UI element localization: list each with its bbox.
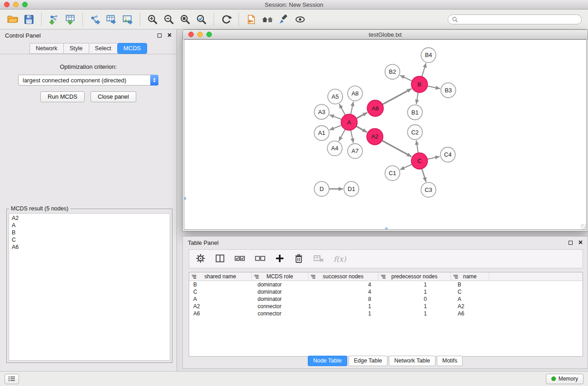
zoom-selected-button[interactable] xyxy=(193,11,210,28)
network-node-B4[interactable]: B4 xyxy=(421,48,436,62)
resize-nub-left[interactable] xyxy=(184,197,186,200)
network-canvas[interactable]: B4B2BB3A5A8A6A3B1AC2A1A2A4A7C4CC1C3DD1 xyxy=(184,39,587,230)
tab-mcds[interactable]: MCDS xyxy=(117,43,147,54)
network-edge-B-B1[interactable] xyxy=(416,92,418,104)
show-columns-button[interactable] xyxy=(215,253,225,265)
export-network-button[interactable] xyxy=(87,11,103,28)
delete-row-button[interactable] xyxy=(294,253,304,265)
network-edge-B-B4[interactable] xyxy=(422,63,426,76)
table-cell[interactable]: connector xyxy=(252,303,308,310)
open-session-button[interactable] xyxy=(5,11,21,28)
tab-node-table[interactable]: Node Table xyxy=(308,356,347,366)
memory-button[interactable]: Memory xyxy=(546,374,583,384)
table-cell[interactable]: 8 xyxy=(308,295,378,303)
mcds-result-item[interactable]: A2 xyxy=(12,214,167,222)
network-node-C3[interactable]: C3 xyxy=(421,182,436,197)
table-cell[interactable]: dominator xyxy=(252,295,308,303)
tab-style[interactable]: Style xyxy=(63,43,89,54)
table-cell[interactable]: C xyxy=(451,288,489,295)
close-panel-icon[interactable]: × xyxy=(167,32,172,38)
run-mcds-button[interactable]: Run MCDS xyxy=(40,91,85,102)
select-all-button[interactable] xyxy=(234,253,245,265)
table-row[interactable]: A2connector11A2 xyxy=(189,303,583,310)
network-edge-A-A8[interactable] xyxy=(351,101,354,114)
close-table-panel-icon[interactable]: × xyxy=(578,239,583,246)
style-brush-button[interactable] xyxy=(276,11,292,28)
network-node-D1[interactable]: D1 xyxy=(344,181,359,196)
deselect-all-button[interactable] xyxy=(255,253,266,265)
table-cell[interactable]: 0 xyxy=(378,295,451,303)
mcds-result-list[interactable]: A2ABCA6 xyxy=(9,213,170,361)
zoom-out-button[interactable] xyxy=(161,11,177,28)
close-panel-button[interactable]: Close panel xyxy=(91,91,136,102)
mcds-result-item[interactable]: C xyxy=(12,236,167,243)
close-network-window-button[interactable] xyxy=(188,32,194,37)
table-cell[interactable]: connector xyxy=(252,310,308,317)
float-panel-icon[interactable] xyxy=(158,33,162,38)
table-cell[interactable]: 1 xyxy=(378,303,451,310)
table-cell[interactable]: B xyxy=(189,281,252,288)
table-cell[interactable]: 4 xyxy=(308,281,378,288)
table-cell[interactable]: dominator xyxy=(252,281,308,288)
table-cell[interactable]: A2 xyxy=(189,303,252,310)
network-edge-A2-C[interactable] xyxy=(382,141,411,157)
network-node-A6[interactable]: A6 xyxy=(367,100,383,116)
network-node-C4[interactable]: C4 xyxy=(440,147,455,162)
network-edge-B-B3[interactable] xyxy=(427,86,440,89)
network-node-C[interactable]: C xyxy=(411,153,428,169)
add-row-button[interactable] xyxy=(275,254,284,264)
network-node-B[interactable]: B xyxy=(411,76,428,93)
table-cell[interactable]: A6 xyxy=(189,310,252,317)
network-edge-C-C4[interactable] xyxy=(427,157,440,159)
table-row[interactable]: A6connector11A6 xyxy=(189,310,583,317)
export-image-button[interactable] xyxy=(120,11,136,28)
tab-network[interactable]: Network xyxy=(29,43,63,54)
column-header-MCDS-role[interactable]: MCDS role xyxy=(252,272,308,281)
network-edge-A-A6[interactable] xyxy=(356,113,367,119)
minimize-network-window-button[interactable] xyxy=(197,32,203,37)
zoom-in-button[interactable] xyxy=(144,11,161,28)
network-edge-C-C3[interactable] xyxy=(422,169,426,182)
mcds-result-item[interactable]: A6 xyxy=(12,243,167,251)
function-builder-button[interactable]: f(x) xyxy=(334,255,346,263)
network-node-A[interactable]: A xyxy=(341,114,357,130)
tab-select[interactable]: Select xyxy=(89,43,117,54)
network-node-C1[interactable]: C1 xyxy=(385,166,400,181)
task-history-button[interactable] xyxy=(5,374,19,384)
table-cell[interactable]: 4 xyxy=(308,288,378,295)
table-cell[interactable]: A xyxy=(189,295,252,303)
network-edge-A-A1[interactable] xyxy=(330,125,342,130)
network-node-A3[interactable]: A3 xyxy=(314,105,329,119)
network-node-B1[interactable]: B1 xyxy=(407,105,422,120)
network-edge-C-C1[interactable] xyxy=(400,164,412,170)
criterion-dropdown[interactable]: largest connected component (directed) xyxy=(18,75,158,86)
resize-nub-bottom[interactable] xyxy=(385,228,387,230)
table-cell[interactable]: 1 xyxy=(378,310,451,317)
table-settings-button[interactable] xyxy=(196,253,206,265)
mcds-result-item[interactable]: A xyxy=(12,222,167,229)
network-edge-A-A7[interactable] xyxy=(351,130,354,143)
network-node-A7[interactable]: A7 xyxy=(348,143,363,158)
column-header-successor-nodes[interactable]: successor nodes xyxy=(308,272,378,281)
tab-network-table[interactable]: Network Table xyxy=(389,356,435,366)
table-cell[interactable]: A xyxy=(451,295,489,303)
search-input[interactable] xyxy=(460,16,578,23)
network-node-A4[interactable]: A4 xyxy=(327,141,342,156)
search-field[interactable] xyxy=(448,14,582,24)
network-file-button[interactable] xyxy=(243,11,259,28)
table-cell[interactable]: C xyxy=(189,288,252,295)
tab-edge-table[interactable]: Edge Table xyxy=(349,356,387,366)
table-row[interactable]: Cdominator41C xyxy=(189,288,583,295)
network-node-D[interactable]: D xyxy=(314,181,329,196)
network-edge-A-A2[interactable] xyxy=(356,126,367,132)
network-edge-A-A3[interactable] xyxy=(330,115,342,119)
network-node-A5[interactable]: A5 xyxy=(328,89,343,104)
table-cell[interactable]: 1 xyxy=(378,281,451,288)
network-node-A8[interactable]: A8 xyxy=(348,86,363,101)
network-node-A2[interactable]: A2 xyxy=(367,129,383,145)
column-header-name[interactable]: name xyxy=(451,272,489,281)
import-table-button[interactable] xyxy=(62,11,78,28)
zoom-window-button[interactable] xyxy=(22,2,28,7)
network-node-B2[interactable]: B2 xyxy=(385,64,400,79)
network-edge-A-A4[interactable] xyxy=(339,129,345,141)
